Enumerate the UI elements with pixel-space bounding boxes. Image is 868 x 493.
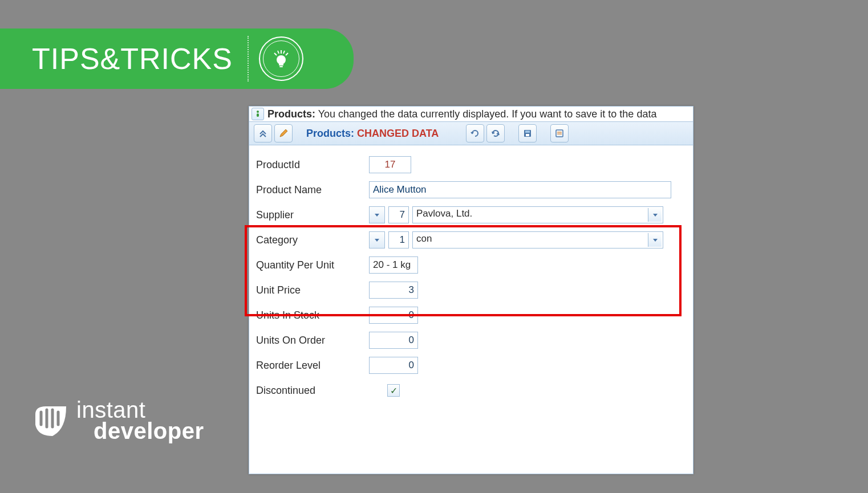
window-header: Products: You changed the data currently… [249, 107, 693, 122]
input-units-in-stock[interactable] [369, 307, 418, 324]
category-id-dropdown-button[interactable] [369, 231, 385, 248]
chevron-down-icon [375, 239, 379, 242]
svg-rect-17 [556, 130, 563, 137]
label-units-in-stock: Units In Stock [256, 309, 361, 321]
chevron-down-icon [653, 239, 658, 242]
brand-line1: instant [76, 400, 204, 421]
input-category-id[interactable] [388, 231, 409, 248]
label-category: Category [256, 234, 361, 246]
products-form-window: Products: You changed the data currently… [249, 106, 693, 474]
row-unit-price: Unit Price [256, 278, 686, 303]
form-body: ProductId Product Name Supplier Pavlova,… [249, 145, 693, 474]
svg-line-6 [278, 51, 279, 54]
row-product-name: Product Name [256, 177, 686, 202]
supplier-id-dropdown-button[interactable] [369, 206, 385, 223]
row-units-on-order: Units On Order [256, 328, 686, 353]
edit-button[interactable] [274, 124, 293, 142]
input-reorder-level[interactable] [369, 357, 418, 374]
tips-tricks-banner: TIPS&TRICKS [0, 28, 354, 89]
input-category-search[interactable]: con [412, 231, 663, 248]
svg-line-7 [283, 51, 285, 54]
brand-mark-icon [32, 402, 70, 439]
undo-button[interactable] [466, 124, 484, 142]
input-product-id[interactable] [369, 156, 411, 173]
supplier-name-dropdown-button[interactable] [648, 208, 662, 222]
label-units-on-order: Units On Order [256, 335, 361, 347]
svg-line-5 [286, 53, 288, 55]
input-supplier-name[interactable]: Pavlova, Ltd. [412, 206, 663, 223]
refresh-icon [490, 128, 501, 138]
svg-line-4 [274, 53, 277, 55]
chevron-down-icon [375, 214, 379, 217]
input-unit-price[interactable] [369, 282, 418, 299]
lightbulb-badge [259, 36, 303, 81]
double-chevron-up-icon [258, 129, 267, 138]
label-supplier: Supplier [256, 209, 361, 221]
input-supplier-id[interactable] [388, 206, 409, 223]
check-icon: ✓ [390, 385, 398, 396]
window-toolbar: Products: CHANGED DATA [249, 122, 693, 145]
banner-divider [248, 36, 249, 82]
row-product-id: ProductId [256, 152, 686, 177]
brand-line2: developer [94, 421, 204, 442]
label-product-name: Product Name [256, 184, 361, 196]
chevron-down-icon [653, 214, 658, 217]
row-category: Category con [256, 227, 686, 252]
svg-rect-2 [279, 66, 283, 67]
floppy-disk-icon [523, 129, 532, 138]
svg-point-0 [277, 55, 286, 64]
label-unit-price: Unit Price [256, 284, 361, 296]
label-reorder-level: Reorder Level [256, 360, 361, 372]
collapse-button[interactable] [254, 124, 272, 142]
banner-title: TIPS&TRICKS [32, 42, 233, 76]
row-units-in-stock: Units In Stock [256, 303, 686, 328]
undo-icon [470, 128, 480, 138]
input-product-name[interactable] [369, 181, 671, 198]
checkbox-discontinued[interactable]: ✓ [387, 384, 400, 397]
input-units-on-order[interactable] [369, 332, 418, 349]
properties-button[interactable] [550, 124, 569, 142]
refresh-button[interactable] [486, 124, 505, 142]
row-discontinued: Discontinued ✓ [256, 378, 686, 403]
save-button[interactable] [518, 124, 537, 142]
category-search-text: con [416, 233, 432, 244]
label-product-id: ProductId [256, 159, 361, 171]
label-qty-per-unit: Quantity Per Unit [256, 259, 361, 271]
category-search-dropdown-button[interactable] [648, 233, 662, 247]
pencil-icon [279, 129, 288, 138]
row-qty-per-unit: Quantity Per Unit [256, 252, 686, 278]
lightbulb-icon [270, 47, 293, 70]
svg-rect-16 [526, 134, 529, 136]
svg-point-12 [257, 111, 259, 113]
supplier-name-text: Pavlova, Ltd. [416, 208, 472, 219]
header-message: Products: You changed the data currently… [267, 108, 656, 120]
brand-logo: instant developer [32, 400, 204, 442]
form-icon [555, 129, 564, 138]
svg-rect-13 [257, 113, 259, 117]
toolbar-title: Products: CHANGED DATA [295, 128, 445, 140]
row-reorder-level: Reorder Level [256, 353, 686, 378]
svg-rect-15 [525, 131, 530, 133]
label-discontinued: Discontinued [256, 385, 361, 397]
svg-rect-1 [279, 64, 283, 66]
info-icon [252, 108, 264, 120]
input-qty-per-unit[interactable] [369, 256, 418, 274]
row-supplier: Supplier Pavlova, Ltd. [256, 202, 686, 227]
